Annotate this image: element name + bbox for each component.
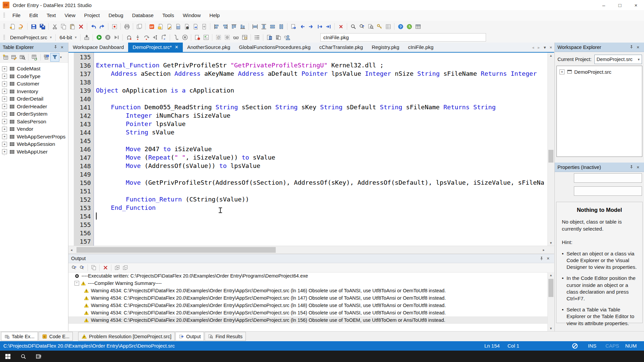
set-next-statement-icon[interactable]: # (159, 34, 168, 42)
expand-icon[interactable]: + (2, 97, 7, 102)
toggle-bookmark-icon[interactable] (324, 22, 333, 31)
editor-tab-cinifile-pkg[interactable]: cIniFile.pkg (404, 43, 438, 52)
watch-object-icon[interactable]: @ (214, 34, 223, 42)
find-icon[interactable] (349, 22, 358, 31)
current-project-combo[interactable]: DemoProject.src ▾ (594, 55, 642, 64)
task-view-icon[interactable] (31, 351, 46, 362)
scroll-down-icon[interactable]: ▼ (548, 325, 554, 331)
windows-start-icon[interactable] (0, 351, 15, 362)
editor-hscroll-thumb[interactable] (76, 247, 276, 253)
output-row-warning[interactable]: Warning 4534: C:\ProjectsDF\DataFlex 20.… (68, 294, 547, 302)
pin-icon[interactable] (52, 44, 59, 50)
minimize-button[interactable]: – (596, 0, 612, 10)
search-icon[interactable] (15, 351, 31, 362)
align-bottom-icon[interactable] (238, 22, 247, 31)
undo-icon[interactable] (89, 22, 98, 31)
copy-icon[interactable] (59, 22, 68, 31)
expand-icon[interactable]: + (2, 142, 7, 147)
table-item-inventory[interactable]: +Inventory (0, 88, 68, 96)
delete-icon[interactable] (76, 22, 85, 31)
pin-icon[interactable] (628, 44, 635, 50)
prev-bookmark-icon[interactable] (298, 22, 307, 31)
toolbar-options-icon[interactable]: ▾ (60, 55, 62, 59)
watch-table-icon[interactable] (240, 34, 249, 42)
property-object-field[interactable] (574, 173, 642, 183)
attach-icon[interactable] (200, 22, 208, 31)
tab-list-icon[interactable]: ▾ (544, 45, 546, 50)
table-item-codetype[interactable]: +CodeType (0, 73, 68, 80)
run-icon[interactable] (95, 34, 103, 42)
toggle-breakpoint-icon[interactable] (193, 34, 202, 42)
file-lookup-input[interactable] (320, 33, 486, 42)
project-combo[interactable]: DemoProject.src▾ (8, 34, 54, 42)
expand-icon[interactable]: + (2, 119, 7, 124)
collapse-all-icon[interactable] (121, 264, 129, 272)
space-down-icon[interactable] (259, 22, 268, 31)
bottom-tab-code-e-[interactable]: CCode E... (39, 332, 73, 341)
editor-vertical-scrollbar[interactable]: ▲ ▼ (547, 53, 554, 246)
expand-icon[interactable]: + (2, 81, 7, 86)
expand-icon[interactable]: + (2, 149, 7, 154)
open-workspace-icon[interactable] (156, 22, 165, 31)
refresh-table-icon[interactable] (30, 53, 39, 61)
copy-special-icon[interactable] (135, 22, 144, 31)
table-item-webappsession[interactable]: +WebAppSession (0, 140, 68, 148)
editor-tab-demoproject-src-[interactable]: DemoProject.src*✕ (128, 43, 183, 52)
style-icon[interactable] (182, 22, 191, 31)
save-all-icon[interactable] (38, 22, 47, 31)
editor-tab-registry-pkg[interactable]: Registry.pkg (367, 43, 404, 52)
menu-grip[interactable] (3, 13, 5, 18)
expand-icon[interactable]: + (2, 104, 7, 109)
call-stack-icon[interactable] (172, 34, 180, 42)
expand-icon[interactable]: + (2, 74, 7, 79)
bottom-tab-output[interactable]: Output (175, 332, 204, 341)
goto-definition-icon[interactable] (289, 22, 298, 31)
workspace-item-demoproject.src[interactable]: +DemoProject.src (557, 68, 642, 76)
database-builder-icon[interactable] (265, 34, 274, 42)
run-to-cursor-icon[interactable] (151, 34, 159, 42)
toolbar-grip-2[interactable] (3, 35, 5, 40)
menu-project[interactable]: Project (80, 10, 104, 21)
find-next-output-icon[interactable] (78, 264, 86, 272)
scroll-up-icon[interactable]: ▲ (548, 53, 554, 58)
entities-icon[interactable] (384, 22, 392, 31)
property-class-field[interactable] (574, 186, 642, 196)
clear-bookmarks-icon[interactable] (336, 22, 345, 31)
locals-list-icon[interactable] (253, 34, 261, 42)
output-row-warning[interactable]: −----Compiler Warning Summary---- (68, 280, 547, 287)
next-bookmark-icon[interactable] (307, 22, 315, 31)
stop-debug-icon[interactable] (180, 34, 189, 42)
step-over-icon[interactable] (142, 34, 151, 42)
table-item-orderheader[interactable]: +OrderHeader (0, 103, 68, 111)
new-source-icon[interactable] (8, 22, 17, 31)
table-item-salesperson[interactable]: +SalesPerson (0, 118, 68, 126)
clear-output-icon[interactable] (101, 264, 109, 272)
configure-keys-icon[interactable] (375, 22, 384, 31)
menu-text[interactable]: Text (42, 10, 60, 21)
table-viewer-icon[interactable] (414, 22, 422, 31)
menu-tools[interactable]: Tools (158, 10, 178, 21)
user-tables-icon[interactable] (282, 34, 291, 42)
menu-view[interactable]: View (60, 10, 80, 21)
output-row-warning[interactable]: Warning 4534: C:\ProjectsDF\DataFlex 20.… (68, 309, 547, 316)
expand-all-icon[interactable] (113, 264, 121, 272)
menu-help[interactable]: Help (205, 10, 224, 21)
goto-bookmark-icon[interactable] (315, 22, 324, 31)
redo-icon[interactable] (98, 22, 106, 31)
studio-source-icon[interactable]: DF (147, 22, 156, 31)
align-left-icon[interactable] (212, 22, 221, 31)
output-vscroll-thumb[interactable] (548, 279, 553, 297)
editor-vscroll-thumb[interactable] (548, 150, 553, 163)
table-item-webappserverprops[interactable]: +WebAppServerProps (0, 133, 68, 141)
editor-tab-cchartranslate-pkg[interactable]: cCharTranslate.pkg (315, 43, 367, 52)
cut-icon[interactable] (50, 22, 59, 31)
tab-scroll-right-icon[interactable]: ▸ (538, 45, 540, 50)
platform-combo[interactable]: 64-bit▾ (57, 34, 78, 42)
editor-tab-globalfunctionsprocedures-pkg[interactable]: GlobalFunctionsProcedures.pkg (234, 43, 315, 52)
output-row-executable[interactable]: ----Executable written: C:\ProjectsDF\Da… (68, 272, 547, 280)
step-into-icon[interactable] (133, 34, 142, 42)
expand-icon[interactable]: + (2, 127, 7, 132)
scroll-down-icon[interactable]: ▼ (548, 240, 554, 246)
code-listing-icon[interactable] (173, 22, 182, 31)
browse-table-icon[interactable] (18, 53, 26, 61)
